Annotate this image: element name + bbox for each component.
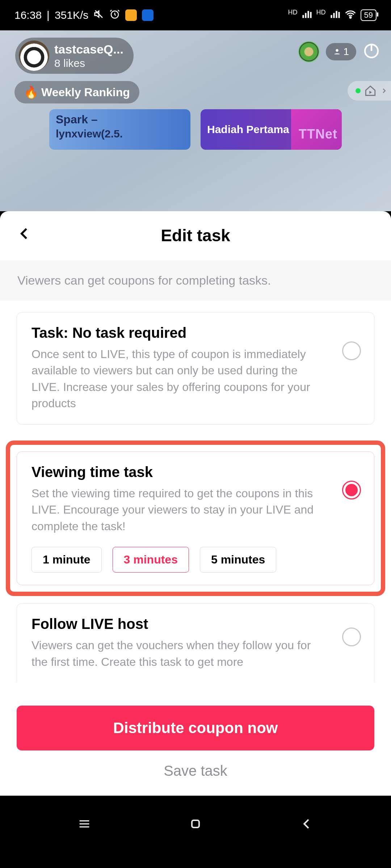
battery-icon: 59	[361, 9, 377, 21]
host-name: tastcaseQ...	[54, 42, 123, 56]
svg-marker-6	[369, 91, 372, 94]
weekly-ranking-pill[interactable]: 🔥 Weekly Ranking	[14, 81, 139, 103]
highlight-frame: Viewing time task Set the viewing time r…	[6, 441, 385, 596]
home-play-icon	[364, 85, 377, 97]
promo-card-hadiah[interactable]: Hadiah Pertama TTNet	[201, 109, 342, 150]
status-bar: 16:38 | 351K/s HD HD 59	[0, 0, 391, 30]
promo-card-spark[interactable]: Spark – lynxview(2.5.	[49, 109, 190, 150]
sheet-subtitle: Viewers can get coupons for completing t…	[0, 260, 391, 301]
status-dot-icon	[356, 88, 361, 93]
nav-recents-icon[interactable]	[77, 817, 92, 833]
mute-icon	[93, 9, 104, 22]
task-card-none[interactable]: Task: No task required Once sent to LIVE…	[17, 312, 374, 425]
task-card-follow[interactable]: Follow LIVE host Viewers can get the vou…	[17, 603, 374, 682]
distribute-button[interactable]: Distribute coupon now	[17, 706, 374, 750]
task-none-desc: Once sent to LIVE, this type of coupon i…	[31, 346, 360, 412]
signal-icon-1	[302, 9, 312, 21]
task-follow-desc: Viewers can get the vouchers when they f…	[31, 637, 360, 670]
task-none-title: Task: No task required	[31, 325, 360, 341]
promo-purple-line1: Hadiah Pertama	[207, 123, 289, 136]
hd-signal-icon: HD	[288, 9, 298, 16]
android-navbar	[0, 796, 391, 868]
viewer-avatar[interactable]	[298, 41, 319, 62]
nav-back-icon[interactable]	[299, 817, 314, 833]
power-icon[interactable]	[363, 42, 380, 61]
status-netspeed: 351K/s	[55, 9, 88, 21]
time-option-3min[interactable]: 3 minutes	[113, 547, 189, 573]
host-avatar[interactable]	[19, 41, 49, 71]
viewer-count-pill[interactable]: 1	[326, 43, 356, 60]
fire-icon: 🔥	[24, 85, 38, 99]
radio-viewing[interactable]	[342, 481, 361, 499]
app-icon-blue	[142, 9, 154, 21]
host-pill[interactable]: tastcaseQ... 8 likes	[15, 38, 134, 74]
radio-follow[interactable]	[342, 627, 361, 646]
hd-signal-icon-2: HD	[316, 9, 326, 16]
sheet-title: Edit task	[161, 226, 230, 245]
svg-point-3	[336, 49, 339, 52]
task-card-viewing[interactable]: Viewing time task Set the viewing time r…	[17, 451, 374, 585]
app-icon-orange	[125, 9, 137, 21]
status-time: 16:38	[14, 9, 42, 21]
nav-home-icon[interactable]	[188, 817, 203, 833]
corner-shortcut[interactable]	[348, 81, 391, 101]
live-header: tastcaseQ... 8 likes 1 🔥 Weekly Ranking …	[0, 30, 391, 211]
promo-purple-badge: TTNet	[299, 127, 337, 142]
wifi-icon	[345, 9, 356, 21]
weekly-ranking-label: Weekly Ranking	[41, 86, 130, 99]
svg-point-2	[350, 17, 351, 18]
host-likes: 8 likes	[54, 57, 123, 69]
action-bar: Distribute coupon now Save task	[0, 688, 391, 796]
radio-none[interactable]	[342, 341, 361, 360]
time-option-5min[interactable]: 5 minutes	[200, 547, 276, 573]
promo-blue-line1: Spark –	[56, 113, 184, 126]
save-task-button[interactable]: Save task	[17, 750, 374, 786]
back-icon[interactable]	[17, 224, 32, 247]
alarm-icon	[109, 9, 120, 22]
svg-rect-10	[192, 820, 199, 827]
signal-icon-2	[330, 9, 340, 21]
promo-blue-line2: lynxview(2.5.	[56, 128, 184, 140]
viewer-count: 1	[343, 46, 349, 58]
time-option-1min[interactable]: 1 minute	[31, 547, 102, 573]
chevron-right-icon	[380, 87, 388, 95]
task-follow-title: Follow LIVE host	[31, 616, 360, 632]
task-viewing-desc: Set the viewing time required to get the…	[31, 485, 360, 535]
task-viewing-title: Viewing time task	[31, 464, 360, 480]
